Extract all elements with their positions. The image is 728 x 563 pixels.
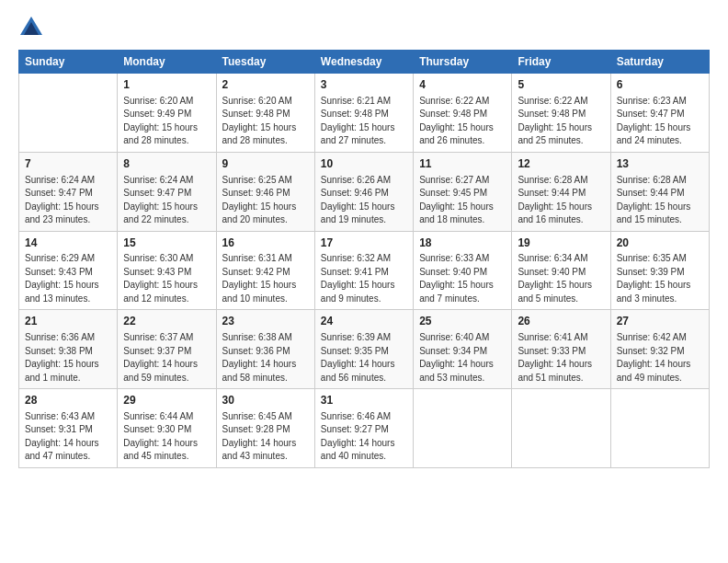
- day-number: 17: [321, 236, 407, 251]
- day-number: 11: [419, 156, 506, 172]
- calendar-cell: [512, 389, 610, 468]
- day-info: Sunrise: 6:38 AM Sunset: 9:36 PM Dayligh…: [222, 331, 309, 385]
- day-number: 31: [321, 393, 407, 408]
- calendar-cell: 25Sunrise: 6:40 AM Sunset: 9:34 PM Dayli…: [414, 310, 512, 389]
- calendar-cell: 9Sunrise: 6:25 AM Sunset: 9:46 PM Daylig…: [216, 152, 314, 231]
- calendar-cell: 23Sunrise: 6:38 AM Sunset: 9:36 PM Dayli…: [216, 310, 314, 389]
- calendar-cell: 30Sunrise: 6:45 AM Sunset: 9:28 PM Dayli…: [216, 389, 314, 468]
- header-cell-friday: Friday: [512, 51, 610, 74]
- calendar-cell: 18Sunrise: 6:33 AM Sunset: 9:40 PM Dayli…: [414, 231, 512, 310]
- day-number: 14: [25, 236, 111, 251]
- calendar-cell: 13Sunrise: 6:28 AM Sunset: 9:44 PM Dayli…: [610, 152, 709, 231]
- day-info: Sunrise: 6:37 AM Sunset: 9:37 PM Dayligh…: [123, 331, 210, 385]
- calendar-cell: 16Sunrise: 6:31 AM Sunset: 9:42 PM Dayli…: [216, 231, 314, 310]
- day-info: Sunrise: 6:27 AM Sunset: 9:45 PM Dayligh…: [419, 174, 506, 227]
- logo: [18, 15, 48, 40]
- calendar-cell: [414, 389, 512, 468]
- day-number: 22: [123, 314, 210, 329]
- calendar-cell: 11Sunrise: 6:27 AM Sunset: 9:45 PM Dayli…: [414, 152, 512, 231]
- day-number: 5: [518, 77, 604, 93]
- calendar-cell: 3Sunrise: 6:21 AM Sunset: 9:48 PM Daylig…: [314, 74, 413, 153]
- header-cell-wednesday: Wednesday: [314, 51, 413, 74]
- week-row-2: 7Sunrise: 6:24 AM Sunset: 9:47 PM Daylig…: [19, 152, 710, 231]
- day-number: 29: [123, 393, 210, 408]
- day-number: 1: [123, 77, 210, 93]
- calendar-cell: 12Sunrise: 6:28 AM Sunset: 9:44 PM Dayli…: [512, 152, 610, 231]
- calendar-cell: 26Sunrise: 6:41 AM Sunset: 9:33 PM Dayli…: [512, 310, 610, 389]
- day-number: 16: [222, 236, 309, 251]
- header-cell-saturday: Saturday: [610, 51, 709, 74]
- day-number: 24: [321, 314, 407, 329]
- header-cell-thursday: Thursday: [414, 51, 512, 74]
- calendar-cell: 20Sunrise: 6:35 AM Sunset: 9:39 PM Dayli…: [610, 231, 709, 310]
- day-number: 10: [321, 156, 407, 172]
- day-number: 19: [518, 236, 604, 251]
- header-cell-tuesday: Tuesday: [216, 51, 314, 74]
- day-info: Sunrise: 6:26 AM Sunset: 9:46 PM Dayligh…: [321, 174, 407, 227]
- day-info: Sunrise: 6:20 AM Sunset: 9:48 PM Dayligh…: [222, 95, 309, 148]
- day-number: 21: [25, 314, 111, 329]
- calendar-cell: 8Sunrise: 6:24 AM Sunset: 9:47 PM Daylig…: [118, 152, 216, 231]
- day-info: Sunrise: 6:40 AM Sunset: 9:34 PM Dayligh…: [419, 331, 506, 385]
- day-number: 15: [123, 236, 210, 251]
- day-number: 4: [419, 77, 506, 93]
- day-info: Sunrise: 6:43 AM Sunset: 9:31 PM Dayligh…: [25, 410, 111, 464]
- calendar-cell: 7Sunrise: 6:24 AM Sunset: 9:47 PM Daylig…: [19, 152, 118, 231]
- week-row-5: 28Sunrise: 6:43 AM Sunset: 9:31 PM Dayli…: [19, 389, 710, 468]
- header-cell-monday: Monday: [118, 51, 216, 74]
- day-number: 20: [617, 236, 703, 251]
- day-info: Sunrise: 6:25 AM Sunset: 9:46 PM Dayligh…: [222, 174, 309, 227]
- calendar-cell: 27Sunrise: 6:42 AM Sunset: 9:32 PM Dayli…: [610, 310, 709, 389]
- day-info: Sunrise: 6:23 AM Sunset: 9:47 PM Dayligh…: [617, 95, 703, 148]
- calendar-cell: 10Sunrise: 6:26 AM Sunset: 9:46 PM Dayli…: [314, 152, 413, 231]
- day-info: Sunrise: 6:28 AM Sunset: 9:44 PM Dayligh…: [617, 174, 703, 227]
- day-info: Sunrise: 6:21 AM Sunset: 9:48 PM Dayligh…: [321, 95, 407, 148]
- day-info: Sunrise: 6:22 AM Sunset: 9:48 PM Dayligh…: [419, 95, 506, 148]
- calendar-table: SundayMondayTuesdayWednesdayThursdayFrid…: [18, 50, 710, 468]
- day-info: Sunrise: 6:46 AM Sunset: 9:27 PM Dayligh…: [321, 410, 407, 464]
- day-info: Sunrise: 6:30 AM Sunset: 9:43 PM Dayligh…: [123, 252, 210, 305]
- header-row: SundayMondayTuesdayWednesdayThursdayFrid…: [19, 51, 710, 74]
- day-info: Sunrise: 6:42 AM Sunset: 9:32 PM Dayligh…: [617, 331, 703, 385]
- day-info: Sunrise: 6:28 AM Sunset: 9:44 PM Dayligh…: [518, 174, 604, 227]
- day-number: 23: [222, 314, 309, 329]
- calendar-cell: 6Sunrise: 6:23 AM Sunset: 9:47 PM Daylig…: [610, 74, 709, 153]
- day-info: Sunrise: 6:41 AM Sunset: 9:33 PM Dayligh…: [518, 331, 604, 385]
- day-number: 3: [321, 77, 407, 93]
- day-number: 8: [123, 156, 210, 172]
- calendar-cell: 15Sunrise: 6:30 AM Sunset: 9:43 PM Dayli…: [118, 231, 216, 310]
- calendar-cell: 14Sunrise: 6:29 AM Sunset: 9:43 PM Dayli…: [19, 231, 118, 310]
- day-info: Sunrise: 6:32 AM Sunset: 9:41 PM Dayligh…: [321, 252, 407, 305]
- calendar-cell: 2Sunrise: 6:20 AM Sunset: 9:48 PM Daylig…: [216, 74, 314, 153]
- week-row-4: 21Sunrise: 6:36 AM Sunset: 9:38 PM Dayli…: [19, 310, 710, 389]
- calendar-cell: 4Sunrise: 6:22 AM Sunset: 9:48 PM Daylig…: [414, 74, 512, 153]
- day-info: Sunrise: 6:36 AM Sunset: 9:38 PM Dayligh…: [25, 331, 111, 385]
- day-info: Sunrise: 6:33 AM Sunset: 9:40 PM Dayligh…: [419, 252, 506, 305]
- day-info: Sunrise: 6:20 AM Sunset: 9:49 PM Dayligh…: [123, 95, 210, 148]
- day-info: Sunrise: 6:34 AM Sunset: 9:40 PM Dayligh…: [518, 252, 604, 305]
- calendar-cell: 17Sunrise: 6:32 AM Sunset: 9:41 PM Dayli…: [314, 231, 413, 310]
- day-info: Sunrise: 6:24 AM Sunset: 9:47 PM Dayligh…: [25, 174, 111, 227]
- page: SundayMondayTuesdayWednesdayThursdayFrid…: [0, 0, 728, 563]
- day-number: 27: [617, 314, 703, 329]
- calendar-cell: [19, 74, 118, 153]
- day-number: 30: [222, 393, 309, 408]
- header: [18, 15, 710, 40]
- day-number: 28: [25, 393, 111, 408]
- day-number: 7: [25, 156, 111, 172]
- calendar-cell: [610, 389, 709, 468]
- day-info: Sunrise: 6:45 AM Sunset: 9:28 PM Dayligh…: [222, 410, 309, 464]
- calendar-cell: 24Sunrise: 6:39 AM Sunset: 9:35 PM Dayli…: [314, 310, 413, 389]
- day-info: Sunrise: 6:24 AM Sunset: 9:47 PM Dayligh…: [123, 174, 210, 227]
- calendar-cell: 1Sunrise: 6:20 AM Sunset: 9:49 PM Daylig…: [118, 74, 216, 153]
- day-number: 9: [222, 156, 309, 172]
- day-number: 18: [419, 236, 506, 251]
- day-number: 13: [617, 156, 703, 172]
- week-row-3: 14Sunrise: 6:29 AM Sunset: 9:43 PM Dayli…: [19, 231, 710, 310]
- day-number: 12: [518, 156, 604, 172]
- day-info: Sunrise: 6:35 AM Sunset: 9:39 PM Dayligh…: [617, 252, 703, 305]
- header-cell-sunday: Sunday: [19, 51, 118, 74]
- day-info: Sunrise: 6:22 AM Sunset: 9:48 PM Dayligh…: [518, 95, 604, 148]
- logo-icon: [18, 15, 44, 40]
- calendar-cell: 28Sunrise: 6:43 AM Sunset: 9:31 PM Dayli…: [19, 389, 118, 468]
